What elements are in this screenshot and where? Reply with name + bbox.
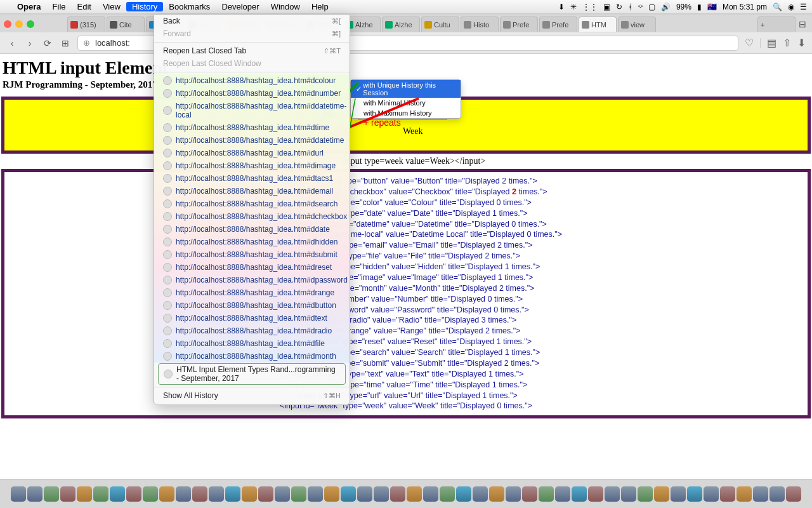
dock-app-icon[interactable] — [324, 486, 339, 502]
dock-app-icon[interactable] — [225, 486, 240, 502]
browser-tab[interactable]: Cite — [107, 17, 145, 32]
dock-app-icon[interactable] — [473, 486, 488, 502]
menu-file[interactable]: File — [47, 2, 72, 11]
dropbox-icon[interactable]: ▣ — [603, 3, 610, 11]
download-icon[interactable]: ⬇ — [558, 3, 565, 11]
history-url-item[interactable]: http://localhost:8888/hashtag_idea.htm#d… — [154, 100, 350, 121]
dock-app-icon[interactable] — [456, 486, 471, 502]
bookmark-button[interactable]: ♡ — [745, 37, 754, 49]
menu-help[interactable]: Help — [306, 2, 334, 11]
browser-tab[interactable]: Prefe — [539, 17, 577, 32]
dock-app-icon[interactable] — [44, 486, 59, 502]
menu-developer[interactable]: Developer — [216, 2, 265, 11]
dock-app-icon[interactable] — [209, 486, 224, 502]
dock-app-icon[interactable] — [720, 486, 735, 502]
dock-app-icon[interactable] — [93, 486, 108, 502]
history-url-item[interactable]: http://localhost:8888/hashtag_idea.htm#d… — [154, 172, 350, 185]
sync-icon[interactable]: ↻ — [616, 3, 622, 11]
airplay-icon[interactable]: ▢ — [648, 3, 655, 11]
notif-icon[interactable]: ☰ — [800, 3, 807, 11]
dock-app-icon[interactable] — [638, 486, 653, 502]
dock-app-icon[interactable] — [654, 486, 669, 502]
dock-app-icon[interactable] — [192, 486, 207, 502]
dock-app-icon[interactable] — [390, 486, 405, 502]
history-url-item[interactable]: http://localhost:8888/hashtag_idea.htm#d… — [154, 121, 350, 134]
spotlight-icon[interactable]: 🔍 — [773, 3, 782, 11]
share-button[interactable]: ⇧ — [783, 37, 791, 49]
history-url-item[interactable]: http://localhost:8888/hashtag_idea.htm#d… — [154, 312, 350, 324]
minimize-button[interactable] — [15, 20, 23, 28]
dock-app-icon[interactable] — [506, 486, 521, 502]
history-url-item[interactable]: http://localhost:8888/hashtag_idea.htm#d… — [154, 87, 350, 100]
browser-tab[interactable]: HTM — [579, 17, 617, 32]
dock-app-icon[interactable] — [143, 486, 158, 502]
dock-app-icon[interactable] — [176, 486, 191, 502]
dock-app-icon[interactable] — [440, 486, 455, 502]
menu-view[interactable]: View — [97, 2, 126, 11]
browser-tab[interactable]: view — [618, 17, 656, 32]
dock-app-icon[interactable] — [407, 486, 422, 502]
back-button[interactable]: ‹ — [6, 37, 18, 49]
battery-icon[interactable]: ▮ — [697, 3, 702, 11]
downloads-button[interactable]: ⬇ — [797, 37, 806, 49]
sidebar-button[interactable]: ▤ — [767, 37, 776, 49]
wifi-icon[interactable]: ⌔ — [638, 3, 643, 11]
dock-app-icon[interactable] — [489, 486, 504, 502]
reopen-tab[interactable]: Reopen Last Closed Tab⇧⌘T — [154, 44, 350, 57]
dock-app-icon[interactable] — [555, 486, 570, 502]
menu-window[interactable]: Window — [265, 2, 306, 11]
history-url-item[interactable]: http://localhost:8888/hashtag_idea.htm#d… — [154, 248, 350, 261]
battery-pct[interactable]: 99% — [676, 3, 691, 11]
new-tab-button[interactable]: + — [757, 17, 796, 32]
history-url-item[interactable]: http://localhost:8888/hashtag_idea.htm#d… — [154, 185, 350, 197]
forward-button[interactable]: › — [24, 37, 36, 49]
dock-app-icon[interactable] — [539, 486, 554, 502]
history-url-item[interactable]: http://localhost:8888/hashtag_idea.htm#d… — [154, 197, 350, 210]
browser-tab[interactable]: (315) — [67, 17, 105, 32]
dock-app-icon[interactable] — [60, 486, 75, 502]
dock-app-icon[interactable] — [110, 486, 125, 502]
dock-app-icon[interactable] — [258, 486, 273, 502]
history-url-item[interactable]: http://localhost:8888/hashtag_idea.htm#d… — [154, 134, 350, 147]
history-back[interactable]: Back⌘[ — [154, 15, 350, 27]
history-url-item[interactable]: http://localhost:8888/hashtag_idea.htm#d… — [154, 74, 350, 87]
dock-app-icon[interactable] — [275, 486, 290, 502]
dock-app-icon[interactable] — [753, 486, 768, 502]
history-url-item[interactable]: http://localhost:8888/hashtag_idea.htm#d… — [154, 147, 350, 159]
history-url-item[interactable]: http://localhost:8888/hashtag_idea.htm#d… — [154, 236, 350, 248]
dock-app-icon[interactable] — [687, 486, 702, 502]
menu-history[interactable]: History — [126, 2, 163, 11]
volume-icon[interactable]: 🔊 — [661, 3, 671, 11]
history-url-item[interactable]: http://localhost:8888/hashtag_idea.htm#d… — [154, 223, 350, 236]
history-page-item[interactable]: HTML Input Element Types Rand...rogrammi… — [158, 363, 346, 385]
dock-app-icon[interactable] — [423, 486, 438, 502]
menu-edit[interactable]: Edit — [72, 2, 97, 11]
dock-app-icon[interactable] — [786, 486, 801, 502]
dock-app-icon[interactable] — [621, 486, 636, 502]
history-url-item[interactable]: http://localhost:8888/hashtag_idea.htm#d… — [154, 286, 350, 299]
dock-app-icon[interactable] — [572, 486, 587, 502]
dock-app-icon[interactable] — [77, 486, 92, 502]
zoom-button[interactable] — [27, 20, 34, 28]
dock-app-icon[interactable] — [341, 486, 356, 502]
dock-app-icon[interactable] — [126, 486, 141, 502]
flag-icon[interactable]: 🇦🇺 — [707, 3, 717, 11]
dock-app-icon[interactable] — [522, 486, 537, 502]
dock-app-icon[interactable] — [11, 486, 26, 502]
history-url-item[interactable]: http://localhost:8888/hashtag_idea.htm#d… — [154, 350, 350, 363]
show-all-history[interactable]: Show All History⇧⌘H — [154, 389, 350, 402]
reload-button[interactable]: ⟳ — [42, 37, 53, 49]
history-url-item[interactable]: http://localhost:8888/hashtag_idea.htm#d… — [154, 210, 350, 223]
close-button[interactable] — [4, 20, 11, 28]
browser-tab[interactable]: Cultu — [421, 17, 459, 32]
dock-app-icon[interactable] — [704, 486, 719, 502]
history-url-item[interactable]: http://localhost:8888/hashtag_idea.htm#d… — [154, 324, 350, 337]
grid-icon[interactable]: ⋮⋮ — [582, 3, 598, 11]
dock-app-icon[interactable] — [242, 486, 257, 502]
site-info-icon[interactable]: ⊕ — [83, 38, 90, 48]
browser-tab[interactable]: Alzhe — [382, 17, 420, 32]
antivirus-icon[interactable]: ✳ — [570, 3, 577, 11]
tab-menu-button[interactable]: ⊟ — [797, 18, 808, 30]
history-url-item[interactable]: http://localhost:8888/hashtag_idea.htm#d… — [154, 261, 350, 274]
dock-app-icon[interactable] — [671, 486, 686, 502]
